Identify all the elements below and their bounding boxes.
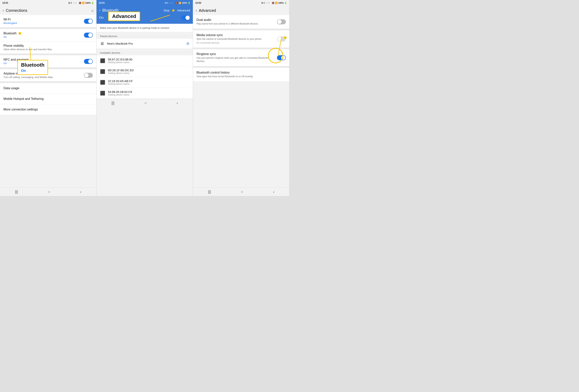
list-item[interactable]: Airplane mode Turn off calling, messagin… — [0, 69, 96, 81]
airplane-toggle[interactable] — [84, 73, 93, 78]
bluetooth-title: Bluetooth — [102, 8, 161, 12]
available-mac-2: 6D:26:1F:6D:DC:E0 — [108, 69, 189, 72]
nav-home-icon[interactable]: ○ — [241, 190, 243, 194]
bluetooth-annotation-box: Bluetooth On — [17, 60, 48, 75]
status-icons-1: ⊡ ☾ ↑ ··· 🔇 📶 100% 🔋 — [68, 2, 94, 4]
ringtone-toggle[interactable] — [277, 55, 286, 60]
available-status-3: Getting device name… — [108, 83, 189, 85]
bottom-nav-1: ||| ○ ‹ — [0, 187, 96, 196]
annotation-sub: On — [21, 69, 44, 73]
panel-bluetooth: 12:01 ⊡ ☾ ↑ ··· 🔇 📶 100% 🔋 ‹ Bluetooth S… — [96, 0, 193, 196]
bluetooth-sub: On — [3, 36, 21, 38]
phone-vis-sub: Allow other devices to see and transfer … — [3, 48, 53, 51]
back-icon-1[interactable]: ‹ — [3, 8, 4, 12]
media-vol-sub: Sync the volume of connected Bluetooth d… — [197, 37, 277, 41]
bluetooth-on-label: On — [99, 16, 104, 20]
status-icons-2: ⊡ ☾ ↑ ··· 🔇 📶 100% 🔋 — [165, 2, 191, 4]
ringtone-sync-sub: Use your phone's ringtone when you get c… — [197, 56, 277, 63]
available-mac-3: 22:18:20:A5:AB:CF — [108, 79, 189, 83]
nav-home-icon[interactable]: ○ — [144, 101, 147, 105]
connections-list: Wi-Fi Mockingbird Bluetooth On Phone vis… — [0, 15, 96, 187]
paired-device-name: New's MacBook Pro — [107, 42, 133, 45]
bt-history-label: Bluetooth control history — [197, 71, 286, 74]
list-item[interactable]: Phone visibility Allow other devices to … — [0, 41, 96, 54]
connections-title: Connections — [6, 8, 89, 13]
bottom-nav-2: ||| ○ ‹ — [96, 99, 193, 107]
back-icon-2[interactable]: ‹ — [99, 8, 100, 12]
annotation-main: Bluetooth — [21, 62, 44, 68]
list-item[interactable]: Data usage — [0, 83, 96, 94]
device-icon: ⬛ — [100, 91, 105, 96]
list-item[interactable]: NFC and payment On — [0, 55, 96, 68]
laptop-icon: 🖥 — [100, 41, 104, 46]
list-item[interactable]: ⬛ 22:18:20:A5:AB:CF Getting device name… — [96, 77, 193, 88]
wifi-toggle[interactable] — [84, 19, 93, 24]
status-bar-3: 12:02 ⊡ ☾ ↑ ··· 🔇 📶 100% 🔋 — [193, 0, 289, 6]
list-item[interactable]: Ringtone sync Use your phone's ringtone … — [193, 49, 289, 66]
dual-audio-dot — [284, 36, 287, 39]
time-2: 12:01 — [99, 1, 105, 4]
stop-button[interactable]: Stop — [163, 9, 169, 12]
list-item[interactable]: Bluetooth control history View apps that… — [193, 68, 289, 81]
available-devices-header: Available devices — [96, 49, 193, 55]
nav-menu-icon[interactable]: ||| — [15, 190, 18, 194]
list-item[interactable]: More connection settings — [0, 104, 96, 115]
bluetooth-toggle[interactable] — [84, 33, 93, 38]
list-item[interactable]: ⬛ 6D:26:1F:6D:DC:E0 Getting device name… — [96, 66, 193, 77]
panel-advanced: 12:02 ⊡ ☾ ↑ ··· 🔇 📶 100% 🔋 ‹ Advanced Du… — [193, 0, 290, 196]
back-icon-3[interactable]: ‹ — [196, 8, 197, 12]
list-item[interactable]: Wi-Fi Mockingbird — [0, 15, 96, 27]
media-vol-label: Media volume sync — [197, 33, 277, 37]
list-item[interactable]: ⬛ 58:97:2C:E3:0B:90 Getting device name… — [96, 55, 193, 66]
nav-back-icon[interactable]: ‹ — [80, 190, 81, 194]
status-bar-1: 12:01 ⊡ ☾ ↑ ··· 🔇 📶 100% 🔋 — [0, 0, 96, 6]
paired-devices-header: Paired devices — [96, 32, 193, 39]
list-item[interactable]: Mobile Hotspot and Tethering — [0, 94, 96, 104]
data-usage-label: Data usage — [3, 86, 19, 90]
list-item[interactable]: Media volume sync Sync the volume of con… — [193, 30, 289, 48]
hotspot-label: Mobile Hotspot and Tethering — [3, 97, 44, 100]
advanced-list: Dual audio Play sound from your phone to… — [193, 15, 289, 187]
nav-menu-icon[interactable]: ||| — [111, 101, 114, 105]
nav-back-icon[interactable]: ‹ — [177, 101, 178, 105]
search-icon-1[interactable]: ⌕ — [91, 8, 94, 12]
bluetooth-main-toggle[interactable] — [181, 15, 190, 20]
dual-audio-sub: Play sound from your phone to 2 differen… — [197, 22, 277, 25]
gear-icon[interactable]: ⚙ — [186, 42, 189, 46]
nav-home-icon[interactable]: ○ — [48, 190, 50, 194]
nav-back-icon[interactable]: ‹ — [273, 190, 275, 194]
available-status-2: Getting device name… — [108, 72, 189, 75]
more-conn-label: More connection settings — [3, 108, 38, 111]
status-icons-3: ⊡ ☾ ↑ ··· 🔇 📶 100% 🔋 — [261, 2, 287, 4]
bluetooth-desc: Make sure your Bluetooth device is in pa… — [96, 24, 193, 32]
advanced-title: Advanced — [199, 8, 287, 13]
panel-connections: 12:01 ⊡ ☾ ↑ ··· 🔇 📶 100% 🔋 ‹ Connections… — [0, 0, 96, 196]
bluetooth-label: Bluetooth — [3, 32, 17, 35]
list-item[interactable]: Dual audio Play sound from your phone to… — [193, 15, 289, 29]
wifi-label: Wi-Fi — [3, 18, 17, 21]
header-dot — [172, 9, 174, 11]
dual-audio-label: Dual audio — [197, 18, 277, 22]
connections-topbar: ‹ Connections ⌕ — [0, 6, 96, 15]
available-status-4: Getting device name… — [108, 93, 189, 96]
bottom-nav-3: ||| ○ ‹ — [193, 187, 289, 196]
list-item[interactable]: Bluetooth On — [0, 29, 96, 41]
time-3: 12:02 — [195, 1, 201, 4]
available-mac-4: 54:98:26:1B:02:C9 — [108, 90, 189, 93]
list-item[interactable]: ⬛ 54:98:26:1B:02:C9 Getting device name… — [96, 88, 193, 99]
bluetooth-header: ‹ Bluetooth Stop Advanced On — [96, 6, 193, 24]
dual-audio-toggle[interactable] — [277, 19, 286, 24]
list-item[interactable]: 🖥 New's MacBook Pro ⚙ — [96, 39, 193, 49]
available-status-1: Getting device name… — [108, 61, 189, 64]
device-icon: ⬛ — [100, 58, 105, 63]
airplane-sub: Turn off calling, messaging, and Mobile … — [3, 76, 53, 78]
nav-menu-icon[interactable]: ||| — [208, 190, 211, 194]
phone-vis-label: Phone visibility — [3, 44, 53, 48]
ringtone-sync-label: Ringtone sync — [197, 52, 277, 56]
bt-history-sub: View apps that have turned Bluetooth on … — [197, 75, 286, 78]
bluetooth-dot — [18, 32, 21, 35]
status-bar-2: 12:01 ⊡ ☾ ↑ ··· 🔇 📶 100% 🔋 — [96, 0, 193, 6]
nfc-toggle[interactable] — [84, 59, 93, 64]
advanced-button[interactable]: Advanced — [177, 9, 190, 12]
available-mac-1: 58:97:2C:E3:0B:90 — [108, 58, 189, 61]
